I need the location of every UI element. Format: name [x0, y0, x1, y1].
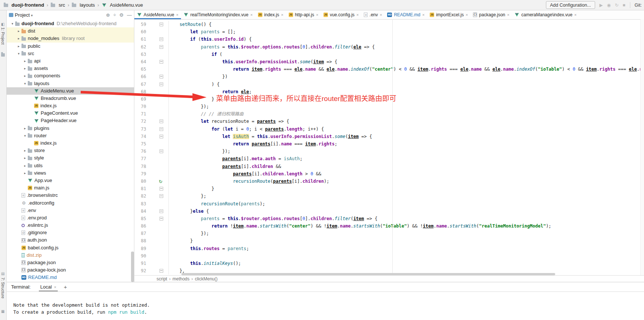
fold-end-icon[interactable] [160, 194, 163, 198]
tab-realtimemonitoring-index.vue[interactable]: realTimeMonitoring\index.vue [181, 10, 255, 19]
fold-end-icon[interactable] [160, 149, 163, 153]
tree-row[interactable]: ▸public [7, 43, 134, 50]
chevron-closed-icon[interactable]: ▸ [22, 154, 28, 162]
fold-open-icon[interactable] [160, 119, 163, 123]
chevron-open-icon[interactable]: ▾ [22, 132, 28, 139]
tab-.env[interactable]: ≡.env [361, 10, 385, 19]
project-panel-title[interactable]: Project [15, 12, 30, 18]
tab-index.js[interactable]: JSindex.js [255, 10, 286, 19]
chevron-closed-icon[interactable]: ▸ [22, 169, 28, 177]
tree-row[interactable]: JSmain.js [7, 184, 134, 192]
fold-open-icon[interactable] [160, 82, 163, 86]
chevron-down-icon[interactable] [31, 12, 33, 18]
toolwindow-icon[interactable]: ▦ [1, 309, 4, 313]
tree-row[interactable]: MDREADME.md [7, 274, 134, 281]
close-icon[interactable] [466, 13, 468, 17]
tree-row[interactable]: ▸assets [7, 65, 134, 72]
close-icon[interactable] [316, 13, 318, 17]
tree-row[interactable]: ▸utils [7, 162, 134, 169]
chevron-closed-icon[interactable]: ▸ [16, 35, 21, 42]
tree-row[interactable]: ▸node_moduleslibrary root [7, 35, 134, 42]
tree-row[interactable]: JSindex.js [7, 102, 134, 110]
chevron-closed-icon[interactable]: ▸ [22, 162, 28, 169]
tree-row[interactable]: dist.zip [7, 252, 134, 259]
fold-end-icon[interactable] [160, 269, 163, 273]
tree-row[interactable]: Breadcrumb.vue [7, 95, 134, 102]
tree-row[interactable]: ▸style [7, 154, 134, 162]
tree-row[interactable]: JSbabel.config.js [7, 244, 134, 252]
tree-row[interactable]: ▸api [7, 57, 134, 65]
breadcrumb-item[interactable]: src [51, 2, 65, 8]
breadcrumb-item[interactable]: duoji-frontend [4, 2, 44, 8]
project-scrollbar-thumb[interactable] [131, 252, 134, 282]
tree-row[interactable]: PageHeader.vue [7, 117, 134, 124]
close-icon[interactable] [250, 13, 252, 17]
toolwindow-button-structure[interactable]: 7: Structure [1, 277, 5, 299]
chevron-closed-icon[interactable]: ▸ [16, 27, 21, 35]
tree-row[interactable]: ▸views [7, 169, 134, 177]
tree-row[interactable]: ▾duoji-frontendD:\zheheWeb\duoji-fronten… [7, 20, 134, 27]
tree-row[interactable]: {}package.json [7, 259, 134, 266]
tree-row[interactable]: ≡.browserslistrc [7, 192, 134, 199]
tab-package.json[interactable]: {}package.json [470, 10, 512, 19]
fold-open-icon[interactable] [160, 45, 163, 49]
run-icon[interactable]: ▶ [600, 3, 603, 8]
chevron-closed-icon[interactable]: ▸ [22, 57, 28, 65]
fold-end-icon[interactable] [160, 75, 163, 78]
locate-icon[interactable]: ⊕ [106, 12, 110, 18]
editor-vertical-scrollbar[interactable] [640, 19, 644, 275]
fold-open-icon[interactable] [160, 217, 163, 220]
close-icon[interactable] [356, 13, 359, 17]
breadcrumb-item[interactable]: script [156, 276, 168, 282]
tab-vue.config.js[interactable]: JSvue.config.js [321, 10, 361, 19]
breadcrumb-item[interactable]: methods [172, 276, 190, 282]
tree-row[interactable]: ▾layouts [7, 80, 134, 87]
breadcrumb-item[interactable]: AsideMenu.vue [102, 2, 143, 8]
close-icon[interactable] [574, 13, 577, 17]
tree-row[interactable]: ▾src [7, 50, 134, 57]
chevron-open-icon[interactable]: ▾ [10, 20, 15, 27]
new-terminal-icon[interactable] [64, 284, 67, 290]
fold-open-icon[interactable] [160, 37, 163, 41]
fold-open-icon[interactable] [160, 127, 163, 131]
collapse-all-icon[interactable]: ÷ [113, 12, 116, 18]
tree-row[interactable]: ▸components [7, 72, 134, 80]
tab-asidemenu.vue[interactable]: AsideMenu.vue [134, 10, 181, 19]
add-configuration-button[interactable]: Add Configuration... [546, 1, 595, 9]
close-icon[interactable] [507, 13, 509, 17]
tree-row[interactable]: {}package-lock.json [7, 266, 134, 274]
tree-row[interactable]: App.vue [7, 177, 134, 184]
project-toolwindow-icon[interactable]: ◧ [1, 22, 4, 26]
close-icon[interactable] [54, 285, 56, 289]
tab-http-api.js[interactable]: JShttp-api.js [286, 10, 321, 19]
tree-row[interactable]: ⊘.gitignore [7, 229, 134, 236]
tree-row[interactable]: ▸store [7, 147, 134, 154]
stop-icon[interactable]: ■ [623, 3, 625, 8]
chevron-open-icon[interactable]: ▾ [22, 80, 28, 87]
code-editor[interactable]: 59setRoute() {60let parents = [];61if (t… [134, 20, 644, 277]
fold-open-icon[interactable] [160, 23, 163, 26]
coverage-icon[interactable]: ↻ [615, 3, 618, 8]
hide-icon[interactable]: — [127, 12, 132, 18]
tree-row[interactable]: ▾router [7, 132, 134, 139]
toolwindow-button-project[interactable]: 1: Project [1, 27, 5, 44]
chevron-open-icon[interactable]: ▾ [16, 50, 21, 57]
chevron-closed-icon[interactable]: ▸ [22, 147, 28, 154]
tree-row[interactable]: ▸plugins [7, 125, 134, 132]
fold-end-icon[interactable] [160, 187, 163, 191]
tree-row[interactable]: JSindex.js [7, 139, 134, 147]
chevron-closed-icon[interactable]: ▸ [22, 125, 28, 132]
close-icon[interactable] [380, 13, 382, 17]
tree-row[interactable]: {}auth.json [7, 236, 134, 244]
close-icon[interactable] [422, 13, 425, 17]
chevron-closed-icon[interactable]: ▸ [22, 65, 28, 72]
folder-icon[interactable] [1, 53, 5, 57]
tree-row[interactable]: ≡.env.prod [7, 214, 134, 222]
breadcrumb-item[interactable]: clickMenu() [194, 276, 218, 282]
tree-row[interactable]: ▸dist [7, 27, 134, 35]
chevron-closed-icon[interactable]: ▸ [22, 72, 28, 80]
settings-icon[interactable]: ⚙ [119, 12, 124, 18]
breadcrumb-item[interactable]: layouts [72, 2, 95, 8]
debug-icon[interactable]: ◉ [607, 3, 611, 8]
tab-importexcel.js[interactable]: JSimportExcel.js [427, 10, 470, 19]
